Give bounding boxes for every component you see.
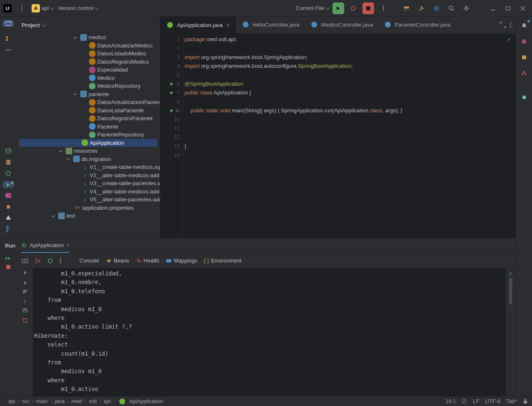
ai-icon[interactable] xyxy=(431,2,442,14)
expand-icon[interactable] xyxy=(500,22,506,28)
scroll-icon[interactable] xyxy=(22,298,27,304)
tree-item[interactable]: DatosListaPaciente xyxy=(17,106,160,115)
lock-icon[interactable] xyxy=(523,399,528,404)
tree-item[interactable]: paciente xyxy=(17,90,160,99)
search-icon[interactable] xyxy=(446,2,457,14)
run-more-icon[interactable] xyxy=(377,2,389,14)
tree-item[interactable]: ⭣V5__alter-table-pacientes-add-activo.sq… xyxy=(17,196,160,204)
code-with-me-icon[interactable] xyxy=(401,2,412,14)
toolbar-more-icon[interactable] xyxy=(60,258,61,263)
stop-icon[interactable] xyxy=(6,265,10,269)
tab-health[interactable]: Health xyxy=(136,257,160,264)
breadcrumb-item[interactable]: api xyxy=(103,398,111,404)
file-encoding[interactable]: UTF-8 xyxy=(485,398,500,404)
terminal-icon[interactable] xyxy=(2,192,14,199)
tab-console[interactable]: Console xyxy=(79,257,99,264)
tree-item[interactable]: test xyxy=(17,212,160,220)
run-gutter-icon[interactable] xyxy=(170,91,173,94)
editor-tab[interactable]: HelloController.java xyxy=(236,17,305,33)
breadcrumb-item[interactable]: main xyxy=(36,398,48,404)
tree-item[interactable]: DatosActualizacionPaciente xyxy=(17,98,160,106)
editor-tab[interactable]: MedicoController.java xyxy=(305,17,378,33)
maven-icon[interactable] xyxy=(518,67,530,79)
tree-item[interactable]: DatosRegistroPaciente xyxy=(17,114,160,123)
exit-icon[interactable] xyxy=(35,258,41,264)
run-button[interactable] xyxy=(332,2,344,14)
vcs-dropdown[interactable]: Version control xyxy=(58,5,99,11)
actuator-icon[interactable] xyxy=(47,258,53,264)
camera-icon[interactable] xyxy=(22,258,28,263)
close-icon[interactable]: × xyxy=(225,22,231,28)
project-tool-icon[interactable] xyxy=(2,20,14,27)
tree-item[interactable]: </>application.properties xyxy=(17,204,160,212)
tree-item[interactable]: Paciente xyxy=(17,123,160,131)
tab-beans[interactable]: Beans xyxy=(106,257,129,264)
breadcrumb-item[interactable]: voll xyxy=(89,398,97,404)
build-icon[interactable] xyxy=(2,170,14,177)
down-icon[interactable] xyxy=(22,280,27,285)
tree-item[interactable]: ⭣V4__alter-table-medicos-add-activo.sql xyxy=(17,188,160,196)
problems-icon[interactable] xyxy=(2,214,14,221)
ai-assistant-icon[interactable] xyxy=(518,36,530,47)
breadcrumbs[interactable]: api›src›main›java›med›voll›api›ApiApplic… xyxy=(8,398,164,404)
tree-item[interactable]: medico xyxy=(17,33,160,42)
tab-mappings[interactable]: Mappings xyxy=(166,257,197,264)
caret-position[interactable]: 14:1 xyxy=(446,398,456,404)
debug-button[interactable] xyxy=(347,2,359,14)
performance-tab[interactable]: Performance xyxy=(505,268,515,396)
run-tool-icon[interactable] xyxy=(2,181,14,188)
tree-item[interactable]: db.migration xyxy=(17,155,160,163)
project-tree[interactable]: medicoDatosActualizarMedicoDatosListadoM… xyxy=(17,33,160,238)
tabs-more-icon[interactable] xyxy=(510,22,511,28)
tree-item[interactable]: Especialidad xyxy=(17,66,160,74)
tree-item[interactable]: MedicoRepository xyxy=(17,82,160,90)
code-editor[interactable]: 1234567891011121314 package med.voll.api… xyxy=(160,33,515,238)
run-gutter-icon[interactable] xyxy=(170,82,173,86)
tree-item[interactable]: PacienteRepository xyxy=(17,131,160,139)
project-panel-header[interactable]: Project xyxy=(17,17,160,33)
editor-tab[interactable]: ApiApplication.java× xyxy=(160,17,236,33)
coverage-icon[interactable] xyxy=(518,92,530,103)
run-tab-app[interactable]: ApiApplication × xyxy=(21,238,69,253)
print-icon[interactable] xyxy=(22,308,28,313)
tab-environment[interactable]: { }Environment xyxy=(204,257,241,264)
editor-tab[interactable]: PacienteController.java xyxy=(378,17,456,33)
breadcrumb-item[interactable]: ApiApplication xyxy=(129,398,163,404)
readonly-icon[interactable] xyxy=(462,399,467,404)
run-gutter-icon[interactable] xyxy=(170,109,173,112)
main-menu-icon[interactable] xyxy=(16,2,27,14)
db-icon[interactable] xyxy=(2,148,14,155)
structure-icon[interactable] xyxy=(2,35,14,42)
tree-item[interactable]: DatosActualizarMedico xyxy=(17,42,160,50)
tree-item[interactable]: ⭣V3__create-table-pacientes.sql xyxy=(17,179,160,188)
git-icon[interactable] xyxy=(2,225,14,233)
more-tools-icon[interactable] xyxy=(2,46,14,53)
console-output[interactable]: m1_0.especialidad, m1_0.nombre, m1_0.tel… xyxy=(33,268,505,396)
tree-item[interactable]: DatosListadoMedico xyxy=(17,50,160,58)
settings-icon[interactable] xyxy=(461,2,472,14)
breadcrumb-item[interactable]: api xyxy=(8,398,15,404)
services-icon[interactable] xyxy=(2,203,14,210)
breadcrumb-item[interactable]: java xyxy=(55,398,65,404)
minimize-icon[interactable] xyxy=(487,2,499,14)
line-separator[interactable]: LF xyxy=(473,398,479,404)
rerun-icon[interactable] xyxy=(5,256,11,261)
up-icon[interactable] xyxy=(22,271,27,276)
tree-item[interactable]: ⭣V1__create-table-medicos.sql xyxy=(17,163,160,171)
notifications-icon[interactable] xyxy=(518,20,530,32)
bookmarks-icon[interactable] xyxy=(2,159,14,166)
softwrap-icon[interactable] xyxy=(22,289,28,294)
tree-item[interactable]: ApiApplication xyxy=(19,139,158,147)
tree-item[interactable]: Medico xyxy=(17,74,160,82)
tree-item[interactable]: DatosRegistroMedico xyxy=(17,58,160,66)
close-icon[interactable] xyxy=(517,2,529,14)
close-icon[interactable]: × xyxy=(66,242,70,248)
database-icon[interactable] xyxy=(518,52,530,63)
tree-item[interactable]: ⭣V2__alter-table-medicos-add-telefono.sq… xyxy=(17,171,160,180)
clear-icon[interactable] xyxy=(22,317,27,323)
maximize-icon[interactable] xyxy=(502,2,514,14)
project-dropdown[interactable]: A api xyxy=(32,4,54,12)
breadcrumb-item[interactable]: med xyxy=(71,398,82,404)
run-config-dropdown[interactable]: Current File xyxy=(296,5,329,11)
tools-icon[interactable] xyxy=(416,2,427,14)
